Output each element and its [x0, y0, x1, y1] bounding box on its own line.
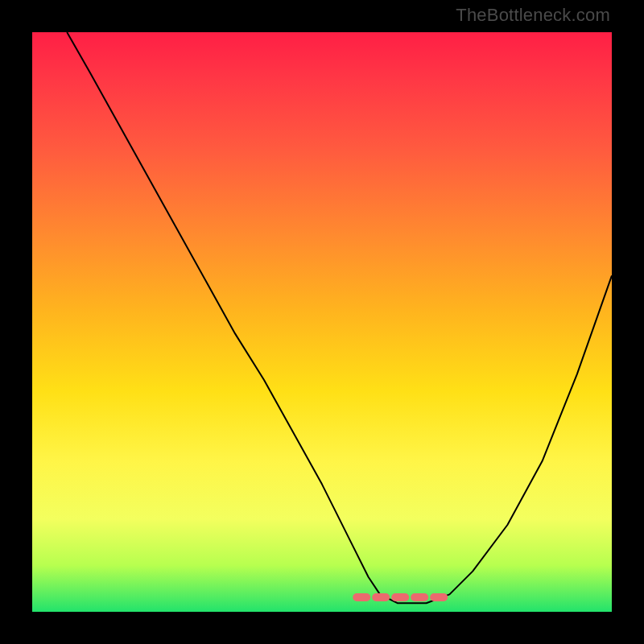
- plot-area: [32, 32, 612, 612]
- chart-frame: TheBottleneck.com: [0, 0, 644, 644]
- chart-overlay: [32, 32, 612, 612]
- bottleneck-curve: [67, 32, 612, 603]
- watermark-text: TheBottleneck.com: [456, 5, 610, 26]
